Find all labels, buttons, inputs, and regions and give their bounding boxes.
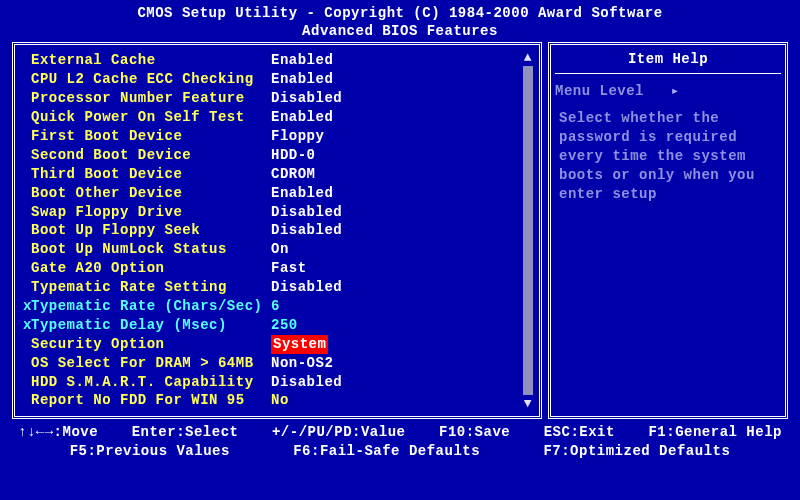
setting-value[interactable]: HDD-0 <box>271 146 316 165</box>
setting-value[interactable]: CDROM <box>271 165 316 184</box>
help-title: Item Help <box>555 51 781 74</box>
setting-row[interactable]: Security OptionSystem <box>31 335 513 354</box>
setting-label: OS Select For DRAM > 64MB <box>31 354 271 373</box>
hint-failsafe: F6:Fail-Safe Defaults <box>293 442 480 461</box>
setting-value[interactable]: System <box>271 335 328 354</box>
settings-list[interactable]: External CacheEnabledCPU L2 Cache ECC Ch… <box>19 51 517 410</box>
setting-value[interactable]: Fast <box>271 259 307 278</box>
setting-label: Typematic Delay (Msec) <box>31 316 271 335</box>
setting-value[interactable]: 6 <box>271 297 280 316</box>
setting-label: Quick Power On Self Test <box>31 108 271 127</box>
setting-label: HDD S.M.A.R.T. Capability <box>31 373 271 392</box>
hint-optimized: F7:Optimized Defaults <box>543 442 730 461</box>
scroll-down-icon[interactable]: ▼ <box>524 397 532 410</box>
setting-label: Second Boot Device <box>31 146 271 165</box>
setting-label: Typematic Rate (Chars/Sec) <box>31 297 271 316</box>
setting-value[interactable]: On <box>271 240 289 259</box>
hint-value: +/-/PU/PD:Value <box>272 423 406 442</box>
setting-label: Processor Number Feature <box>31 89 271 108</box>
scroll-up-icon[interactable]: ▲ <box>524 51 532 64</box>
setting-value[interactable]: Disabled <box>271 89 342 108</box>
title-bar: CMOS Setup Utility - Copyright (C) 1984-… <box>0 0 800 42</box>
hint-move: ↑↓←→:Move <box>18 423 98 442</box>
setting-label: CPU L2 Cache ECC Checking <box>31 70 271 89</box>
setting-row[interactable]: Gate A20 OptionFast <box>31 259 513 278</box>
setting-label: Boot Other Device <box>31 184 271 203</box>
setting-row[interactable]: Quick Power On Self TestEnabled <box>31 108 513 127</box>
setting-value[interactable]: Disabled <box>271 221 342 240</box>
help-panel: Item Help Menu Level ▸ Select whether th… <box>548 42 788 419</box>
setting-row[interactable]: CPU L2 Cache ECC CheckingEnabled <box>31 70 513 89</box>
main-area: External CacheEnabledCPU L2 Cache ECC Ch… <box>0 42 800 419</box>
hint-prev: F5:Previous Values <box>70 442 230 461</box>
setting-row[interactable]: Swap Floppy DriveDisabled <box>31 203 513 222</box>
setting-row[interactable]: OS Select For DRAM > 64MBNon-OS2 <box>31 354 513 373</box>
scroll-track[interactable] <box>523 66 533 395</box>
hint-select: Enter:Select <box>132 423 239 442</box>
page-subtitle: Advanced BIOS Features <box>0 22 800 40</box>
setting-value[interactable]: Enabled <box>271 184 333 203</box>
hint-save: F10:Save <box>439 423 510 442</box>
hint-exit: ESC:Exit <box>544 423 615 442</box>
setting-row[interactable]: Third Boot DeviceCDROM <box>31 165 513 184</box>
footer-hints: ↑↓←→:Move Enter:Select +/-/PU/PD:Value F… <box>0 419 800 461</box>
setting-row[interactable]: Typematic Rate SettingDisabled <box>31 278 513 297</box>
help-text: Select whether the password is required … <box>555 109 781 203</box>
setting-row[interactable]: External CacheEnabled <box>31 51 513 70</box>
setting-value[interactable]: No <box>271 391 289 410</box>
menu-level: Menu Level ▸ <box>555 82 781 99</box>
setting-label: Boot Up NumLock Status <box>31 240 271 259</box>
setting-label: Third Boot Device <box>31 165 271 184</box>
setting-value[interactable]: Enabled <box>271 51 333 70</box>
setting-label: Security Option <box>31 335 271 354</box>
setting-row[interactable]: Typematic Rate (Chars/Sec)6 <box>31 297 513 316</box>
setting-value[interactable]: Enabled <box>271 108 333 127</box>
setting-label: Swap Floppy Drive <box>31 203 271 222</box>
setting-row[interactable]: First Boot DeviceFloppy <box>31 127 513 146</box>
settings-panel: External CacheEnabledCPU L2 Cache ECC Ch… <box>12 42 542 419</box>
setting-row[interactable]: Report No FDD For WIN 95No <box>31 391 513 410</box>
setting-label: Boot Up Floppy Seek <box>31 221 271 240</box>
setting-row[interactable]: Typematic Delay (Msec)250 <box>31 316 513 335</box>
setting-label: Gate A20 Option <box>31 259 271 278</box>
setting-label: First Boot Device <box>31 127 271 146</box>
menu-level-icon: ▸ <box>671 83 680 99</box>
app-title: CMOS Setup Utility - Copyright (C) 1984-… <box>0 4 800 22</box>
setting-value[interactable]: Enabled <box>271 70 333 89</box>
setting-label: External Cache <box>31 51 271 70</box>
setting-row[interactable]: Second Boot DeviceHDD-0 <box>31 146 513 165</box>
setting-row[interactable]: Boot Up Floppy SeekDisabled <box>31 221 513 240</box>
setting-value[interactable]: Disabled <box>271 203 342 222</box>
setting-row[interactable]: Processor Number FeatureDisabled <box>31 89 513 108</box>
setting-row[interactable]: Boot Other DeviceEnabled <box>31 184 513 203</box>
setting-value[interactable]: 250 <box>271 316 298 335</box>
setting-row[interactable]: Boot Up NumLock StatusOn <box>31 240 513 259</box>
hint-help: F1:General Help <box>648 423 782 442</box>
setting-label: Typematic Rate Setting <box>31 278 271 297</box>
setting-value[interactable]: Disabled <box>271 278 342 297</box>
setting-value[interactable]: Floppy <box>271 127 324 146</box>
setting-value[interactable]: Non-OS2 <box>271 354 333 373</box>
setting-value[interactable]: Disabled <box>271 373 342 392</box>
scrollbar[interactable]: ▲ ▼ <box>521 51 535 410</box>
menu-level-label: Menu Level <box>555 83 644 99</box>
setting-row[interactable]: HDD S.M.A.R.T. CapabilityDisabled <box>31 373 513 392</box>
setting-label: Report No FDD For WIN 95 <box>31 391 271 410</box>
